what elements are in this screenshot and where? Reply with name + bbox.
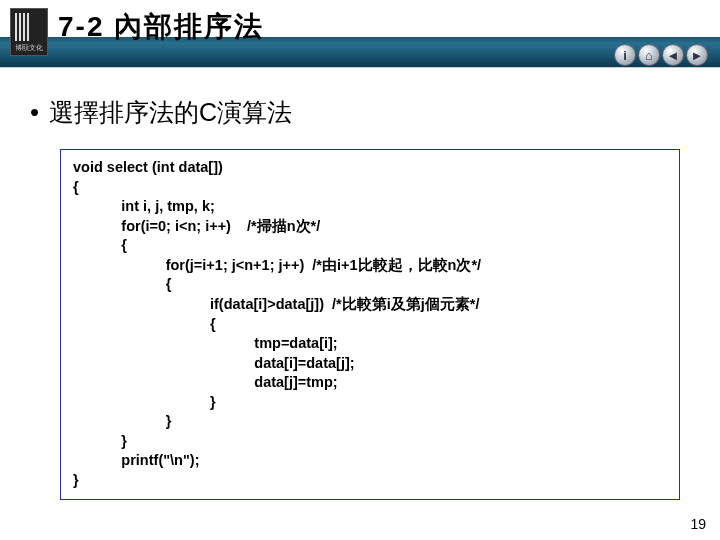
home-icon[interactable]: ⌂: [638, 44, 660, 66]
code-comment: /*比較第i及第j個元素*/: [332, 296, 479, 312]
code-line: int i, j, tmp, k;: [121, 198, 214, 214]
code-line: data[j]=tmp;: [254, 374, 337, 390]
code-line: for(j=i+1; j<n+1; j++): [166, 257, 305, 273]
code-line: if(data[i]>data[j]): [210, 296, 324, 312]
code-line: void select (int data[]): [73, 159, 223, 175]
nav-icon-group: i ⌂ ◄ ►: [614, 44, 708, 66]
bullet-marker: •: [30, 99, 39, 125]
code-line: }: [73, 472, 79, 488]
code-line: data[i]=data[j];: [254, 355, 354, 371]
slide-content: • 選擇排序法的C演算法 void select (int data[]) { …: [0, 68, 720, 510]
code-line: {: [73, 179, 79, 195]
code-line: printf("\n");: [121, 452, 199, 468]
page-number: 19: [690, 516, 706, 532]
code-line: }: [121, 433, 127, 449]
code-line: {: [166, 276, 172, 292]
slide-title: 7-2 內部排序法: [58, 8, 264, 46]
bullet-item: • 選擇排序法的C演算法: [30, 96, 690, 129]
code-line: }: [166, 413, 172, 429]
code-line: tmp=data[i];: [254, 335, 337, 351]
code-block: void select (int data[]) { int i, j, tmp…: [60, 149, 680, 500]
next-icon[interactable]: ►: [686, 44, 708, 66]
publisher-logo: 博頤文化: [10, 8, 48, 56]
logo-caption: 博頤文化: [13, 43, 45, 53]
prev-icon[interactable]: ◄: [662, 44, 684, 66]
code-line: }: [210, 394, 216, 410]
code-comment: /*由i+1比較起，比較n次*/: [312, 257, 481, 273]
code-comment: /*掃描n次*/: [247, 218, 320, 234]
slide-header: 博頤文化 7-2 內部排序法 i ⌂ ◄ ►: [0, 0, 720, 68]
code-line: for(i=0; i<n; i++): [121, 218, 231, 234]
bullet-text: 選擇排序法的C演算法: [49, 96, 292, 129]
code-line: {: [210, 316, 216, 332]
code-line: {: [121, 237, 127, 253]
info-icon[interactable]: i: [614, 44, 636, 66]
